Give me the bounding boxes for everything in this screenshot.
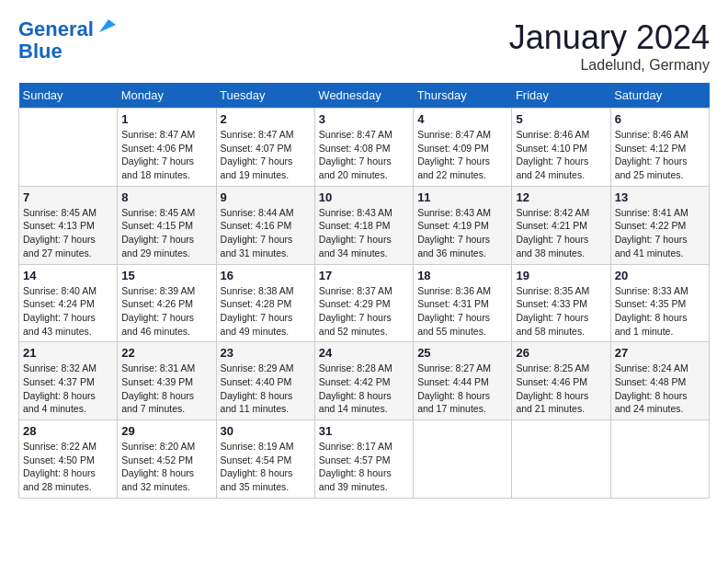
day-info: Sunrise: 8:27 AMSunset: 4:44 PMDaylight:… [417, 362, 507, 416]
day-info: Sunrise: 8:47 AMSunset: 4:09 PMDaylight:… [417, 128, 507, 182]
day-info: Sunrise: 8:29 AMSunset: 4:40 PMDaylight:… [221, 362, 311, 416]
day-number: 31 [319, 424, 409, 438]
day-cell [19, 109, 118, 187]
day-cell: 24Sunrise: 8:28 AMSunset: 4:42 PMDayligh… [314, 342, 413, 420]
day-cell: 18Sunrise: 8:36 AMSunset: 4:31 PMDayligh… [414, 264, 512, 342]
day-info: Sunrise: 8:44 AMSunset: 4:16 PMDaylight:… [221, 206, 311, 260]
header-cell-friday: Friday [512, 83, 610, 109]
day-info: Sunrise: 8:41 AMSunset: 4:22 PMDaylight:… [615, 206, 705, 260]
day-info: Sunrise: 8:36 AMSunset: 4:31 PMDaylight:… [417, 284, 507, 339]
day-info: Sunrise: 8:46 AMSunset: 4:10 PMDaylight:… [516, 128, 606, 182]
logo-bird-icon [96, 16, 116, 36]
day-cell: 6Sunrise: 8:46 AMSunset: 4:12 PMDaylight… [610, 109, 709, 187]
day-cell: 28Sunrise: 8:22 AMSunset: 4:50 PMDayligh… [19, 420, 118, 499]
day-cell: 26Sunrise: 8:25 AMSunset: 4:46 PMDayligh… [512, 342, 610, 420]
day-number: 23 [221, 346, 311, 360]
day-number: 4 [417, 112, 507, 126]
day-cell: 23Sunrise: 8:29 AMSunset: 4:40 PMDayligh… [216, 342, 314, 420]
day-info: Sunrise: 8:47 AMSunset: 4:08 PMDaylight:… [319, 128, 409, 182]
day-info: Sunrise: 8:39 AMSunset: 4:26 PMDaylight:… [121, 284, 211, 339]
day-number: 14 [23, 269, 113, 282]
logo-blue-text: Blue [18, 40, 63, 63]
day-number: 27 [615, 346, 705, 360]
day-number: 20 [615, 269, 705, 282]
day-cell: 31Sunrise: 8:17 AMSunset: 4:57 PMDayligh… [314, 420, 413, 499]
day-cell: 14Sunrise: 8:40 AMSunset: 4:24 PMDayligh… [19, 264, 118, 342]
day-info: Sunrise: 8:43 AMSunset: 4:18 PMDaylight:… [319, 206, 409, 260]
header-cell-tuesday: Tuesday [216, 83, 314, 109]
day-cell [512, 420, 610, 499]
week-row-1: 1Sunrise: 8:47 AMSunset: 4:06 PMDaylight… [19, 109, 710, 187]
day-cell: 7Sunrise: 8:45 AMSunset: 4:13 PMDaylight… [19, 186, 118, 264]
day-info: Sunrise: 8:24 AMSunset: 4:48 PMDaylight:… [615, 362, 705, 416]
day-number: 28 [23, 424, 113, 438]
day-info: Sunrise: 8:35 AMSunset: 4:33 PMDaylight:… [516, 284, 606, 339]
day-cell: 13Sunrise: 8:41 AMSunset: 4:22 PMDayligh… [610, 186, 709, 264]
day-number: 16 [221, 269, 311, 282]
day-number: 3 [319, 112, 409, 126]
svg-marker-0 [99, 19, 116, 32]
calendar-header: SundayMondayTuesdayWednesdayThursdayFrid… [19, 83, 710, 109]
day-cell: 2Sunrise: 8:47 AMSunset: 4:07 PMDaylight… [216, 109, 314, 187]
week-row-2: 7Sunrise: 8:45 AMSunset: 4:13 PMDaylight… [19, 186, 710, 264]
day-number: 29 [121, 424, 211, 438]
day-cell: 21Sunrise: 8:32 AMSunset: 4:37 PMDayligh… [19, 342, 118, 420]
page-header: General Blue January 2024 Ladelund, Germ… [18, 18, 710, 74]
day-cell: 19Sunrise: 8:35 AMSunset: 4:33 PMDayligh… [512, 264, 610, 342]
day-cell: 27Sunrise: 8:24 AMSunset: 4:48 PMDayligh… [610, 342, 709, 420]
calendar-body: 1Sunrise: 8:47 AMSunset: 4:06 PMDaylight… [19, 109, 710, 499]
day-info: Sunrise: 8:40 AMSunset: 4:24 PMDaylight:… [23, 284, 113, 339]
day-info: Sunrise: 8:45 AMSunset: 4:15 PMDaylight:… [121, 206, 211, 260]
day-info: Sunrise: 8:43 AMSunset: 4:19 PMDaylight:… [417, 206, 507, 260]
day-number: 26 [516, 346, 606, 360]
logo-text: General [18, 18, 94, 40]
day-info: Sunrise: 8:38 AMSunset: 4:28 PMDaylight:… [221, 284, 311, 339]
calendar-table: SundayMondayTuesdayWednesdayThursdayFrid… [18, 83, 710, 499]
day-info: Sunrise: 8:47 AMSunset: 4:06 PMDaylight:… [121, 128, 211, 182]
day-cell: 12Sunrise: 8:42 AMSunset: 4:21 PMDayligh… [512, 186, 610, 264]
day-info: Sunrise: 8:42 AMSunset: 4:21 PMDaylight:… [516, 206, 606, 260]
day-info: Sunrise: 8:31 AMSunset: 4:39 PMDaylight:… [121, 362, 211, 416]
day-info: Sunrise: 8:32 AMSunset: 4:37 PMDaylight:… [23, 362, 113, 416]
day-number: 17 [319, 269, 409, 282]
day-info: Sunrise: 8:37 AMSunset: 4:29 PMDaylight:… [319, 284, 409, 339]
day-cell: 30Sunrise: 8:19 AMSunset: 4:54 PMDayligh… [216, 420, 314, 499]
day-number: 24 [319, 346, 409, 360]
header-cell-thursday: Thursday [414, 83, 512, 109]
day-number: 22 [121, 346, 211, 360]
day-cell: 10Sunrise: 8:43 AMSunset: 4:18 PMDayligh… [314, 186, 413, 264]
day-info: Sunrise: 8:17 AMSunset: 4:57 PMDaylight:… [319, 440, 409, 494]
day-cell: 16Sunrise: 8:38 AMSunset: 4:28 PMDayligh… [216, 264, 314, 342]
day-number: 15 [121, 269, 211, 282]
week-row-5: 28Sunrise: 8:22 AMSunset: 4:50 PMDayligh… [19, 420, 710, 499]
logo: General Blue [18, 18, 116, 63]
header-cell-saturday: Saturday [610, 83, 709, 109]
day-cell: 17Sunrise: 8:37 AMSunset: 4:29 PMDayligh… [314, 264, 413, 342]
title-block: January 2024 Ladelund, Germany [509, 18, 710, 74]
day-number: 1 [121, 112, 211, 126]
day-info: Sunrise: 8:47 AMSunset: 4:07 PMDaylight:… [221, 128, 311, 182]
day-number: 7 [23, 190, 113, 204]
day-number: 30 [221, 424, 311, 438]
day-number: 13 [615, 190, 705, 204]
day-number: 21 [23, 346, 113, 360]
day-number: 12 [516, 190, 606, 204]
day-cell: 4Sunrise: 8:47 AMSunset: 4:09 PMDaylight… [414, 109, 512, 187]
day-number: 25 [417, 346, 507, 360]
day-info: Sunrise: 8:28 AMSunset: 4:42 PMDaylight:… [319, 362, 409, 416]
day-cell: 1Sunrise: 8:47 AMSunset: 4:06 PMDaylight… [118, 109, 216, 187]
day-cell [414, 420, 512, 499]
day-info: Sunrise: 8:20 AMSunset: 4:52 PMDaylight:… [121, 440, 211, 494]
day-number: 19 [516, 269, 606, 282]
day-cell [610, 420, 709, 499]
week-row-3: 14Sunrise: 8:40 AMSunset: 4:24 PMDayligh… [19, 264, 710, 342]
day-cell: 15Sunrise: 8:39 AMSunset: 4:26 PMDayligh… [118, 264, 216, 342]
day-cell: 29Sunrise: 8:20 AMSunset: 4:52 PMDayligh… [118, 420, 216, 499]
day-number: 5 [516, 112, 606, 126]
day-cell: 22Sunrise: 8:31 AMSunset: 4:39 PMDayligh… [118, 342, 216, 420]
day-number: 18 [417, 269, 507, 282]
day-info: Sunrise: 8:46 AMSunset: 4:12 PMDaylight:… [615, 128, 705, 182]
day-cell: 25Sunrise: 8:27 AMSunset: 4:44 PMDayligh… [414, 342, 512, 420]
header-cell-wednesday: Wednesday [314, 83, 413, 109]
day-cell: 11Sunrise: 8:43 AMSunset: 4:19 PMDayligh… [414, 186, 512, 264]
